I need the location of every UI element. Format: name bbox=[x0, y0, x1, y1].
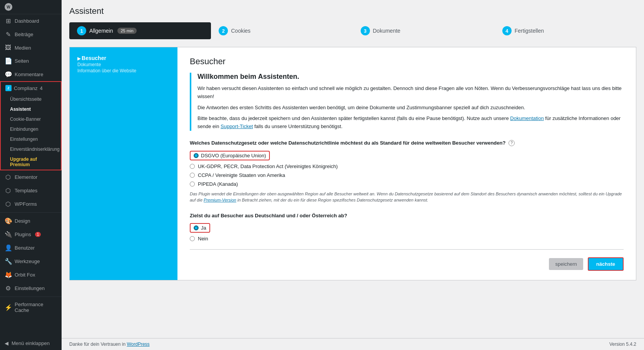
beitraege-icon: ✎ bbox=[5, 31, 12, 38]
wizard-step-fertigstellen[interactable]: 4 Fertigstellen bbox=[495, 22, 636, 39]
radio-pipeda[interactable] bbox=[190, 182, 195, 187]
orbitfox-icon: 🦊 bbox=[5, 271, 12, 278]
radio-ja[interactable] bbox=[194, 225, 199, 230]
sidebar-item-elementor[interactable]: ⬡ Elementor bbox=[0, 170, 62, 184]
premium-version-link[interactable]: Premium-Version bbox=[204, 198, 236, 202]
page-title: Assistent bbox=[69, 6, 636, 16]
sidebar-item-benutzer[interactable]: 👤 Benutzer bbox=[0, 241, 62, 255]
radio-selected-ja: Ja bbox=[190, 223, 210, 233]
step-label-allgemein: Allgemein bbox=[89, 28, 113, 34]
sidebar-item-einstellungen2[interactable]: ⚙ Einstellungen bbox=[0, 282, 62, 295]
wpforms-icon: ⬡ bbox=[5, 200, 12, 208]
wizard-sidebar-item-title[interactable]: Besucher bbox=[77, 55, 170, 61]
step-num-1: 1 bbox=[77, 26, 86, 35]
radio-option-nein[interactable]: Nein bbox=[190, 236, 624, 242]
radio-pipeda-label: PIPEDA (Kanada) bbox=[198, 181, 238, 187]
wizard-sidebar-item-besucher[interactable]: Besucher Dokumente Information über die … bbox=[77, 55, 170, 73]
save-button[interactable]: speichern bbox=[549, 258, 583, 270]
perf-cache-icon: ⚡ bbox=[5, 304, 12, 311]
radio-ccpa[interactable] bbox=[190, 173, 195, 178]
footer-wordpress-link[interactable]: WordPress bbox=[127, 342, 149, 347]
templates-icon: ⬡ bbox=[5, 187, 12, 194]
question2-label-text: Zielst du auf Besucher aus Deutschland u… bbox=[190, 213, 347, 218]
step-label-cookies: Cookies bbox=[231, 28, 251, 34]
sidebar-item-einverstaendnis[interactable]: Einverständniserklärung bbox=[1, 144, 61, 154]
radio-dsgvo-label: DSGVO (Europäische Union) bbox=[201, 153, 266, 158]
sidebar-item-label: Performance Cache bbox=[15, 302, 57, 313]
sidebar-item-upgrade[interactable]: Upgrade auf Premium bbox=[1, 154, 61, 170]
wizard-step-dokumente[interactable]: 3 Dokumente bbox=[353, 22, 495, 39]
sidebar-item-label: Einstellungen bbox=[15, 285, 45, 291]
question1-notice: Das Plugin wendet die Einstellungen der … bbox=[190, 191, 624, 203]
sidebar-item-label: Medien bbox=[15, 45, 31, 51]
wizard-sidebar-subtitle1: Dokumente bbox=[77, 62, 170, 67]
sidebar-item-label: Werkzeuge bbox=[15, 258, 40, 264]
sidebar-item-plugins[interactable]: 🔌 Plugins 1 bbox=[0, 228, 62, 241]
wizard-step-cookies[interactable]: 2 Cookies bbox=[211, 22, 353, 39]
werkzeuge-icon: 🔧 bbox=[5, 258, 12, 265]
radio-option-ccpa[interactable]: CCPA / Vereinigte Staaten von Amerika bbox=[190, 172, 624, 178]
question2-section: Zielst du auf Besucher aus Deutschland u… bbox=[190, 213, 624, 242]
step-num-3: 3 bbox=[361, 26, 370, 35]
step-label-fertigstellen: Fertigstellen bbox=[515, 28, 544, 34]
radio-option-ukgdpr[interactable]: UK-GDPR, PECR, Data Protection Act (Vere… bbox=[190, 163, 624, 169]
sidebar-item-medien[interactable]: 🖼 Medien bbox=[0, 41, 62, 54]
radio-option-dsgvo[interactable]: DSGVO (Europäische Union) bbox=[190, 151, 624, 160]
radio-ukgdpr[interactable] bbox=[190, 164, 195, 169]
sidebar-item-templates[interactable]: ⬡ Templates bbox=[0, 184, 62, 197]
sidebar-collapse-button[interactable]: ◀ Menü einklappen bbox=[0, 337, 62, 350]
sidebar-item-design[interactable]: 🎨 Design bbox=[0, 214, 62, 228]
collapse-label: Menü einklappen bbox=[12, 340, 50, 346]
sidebar-item-uebersichtsseite[interactable]: Übersichtsseite bbox=[1, 94, 61, 104]
radio-nein-label: Nein bbox=[198, 236, 208, 242]
sidebar-item-beitraege[interactable]: ✎ Beiträge bbox=[0, 28, 62, 41]
content-area: Assistent 1 Allgemein 25 min 2 Cookies 3… bbox=[62, 0, 644, 338]
sidebar-item-perf-cache[interactable]: ⚡ Performance Cache bbox=[0, 298, 62, 316]
sidebar-item-label: Kommentare bbox=[15, 72, 43, 77]
radio-dsgvo[interactable] bbox=[194, 153, 199, 158]
complianz-icon: Z bbox=[5, 85, 12, 91]
radio-option-ja[interactable]: Ja bbox=[190, 223, 624, 233]
next-button[interactable]: nächste bbox=[588, 257, 624, 271]
sidebar-item-kommentare[interactable]: 💬 Kommentare bbox=[0, 68, 62, 81]
dashboard-icon: ⊞ bbox=[5, 17, 12, 25]
sidebar-item-cookie-banner[interactable]: Cookie-Banner bbox=[1, 114, 61, 124]
footer-text-content: Danke für dein Vertrauen in bbox=[69, 342, 127, 347]
sidebar-item-wpforms[interactable]: ⬡ WPForms bbox=[0, 197, 62, 211]
support-ticket-link[interactable]: Support-Ticket bbox=[221, 123, 253, 129]
complianz-badge: 4 bbox=[40, 85, 42, 91]
sidebar-item-dashboard[interactable]: ⊞ Dashboard bbox=[0, 14, 62, 28]
sidebar-item-seiten[interactable]: 📄 Seiten bbox=[0, 54, 62, 68]
sidebar-item-label: Orbit Fox bbox=[15, 272, 35, 278]
welcome-p1: Wir haben versucht diesen Assistenten so… bbox=[197, 85, 624, 101]
sidebar-item-einstellungen[interactable]: Einstellungen bbox=[1, 134, 61, 144]
main-content: Assistent 1 Allgemein 25 min 2 Cookies 3… bbox=[62, 0, 644, 350]
radio-nein[interactable] bbox=[190, 236, 195, 241]
elementor-icon: ⬡ bbox=[5, 173, 12, 181]
seiten-icon: 📄 bbox=[5, 57, 12, 65]
complianz-submenu: Übersichtsseite Assistent Cookie-Banner … bbox=[1, 94, 61, 170]
sidebar-item-einbindungen[interactable]: Einbindungen bbox=[1, 124, 61, 134]
complianz-group: Z Complianz 4 Übersichtsseite Assistent … bbox=[0, 81, 62, 170]
medien-icon: 🖼 bbox=[5, 44, 12, 51]
einstellungen-icon: ⚙ bbox=[5, 285, 12, 292]
sidebar-item-werkzeuge[interactable]: 🔧 Werkzeuge bbox=[0, 255, 62, 268]
design-icon: 🎨 bbox=[5, 217, 12, 225]
complianz-label: Complianz bbox=[14, 85, 37, 91]
sidebar-item-orbitfox[interactable]: 🦊 Orbit Fox bbox=[0, 268, 62, 282]
wizard-step-allgemein[interactable]: 1 Allgemein 25 min bbox=[69, 22, 211, 39]
complianz-header[interactable]: Z Complianz 4 bbox=[1, 82, 61, 94]
sidebar-item-label: Seiten bbox=[15, 58, 29, 64]
welcome-p3-pre: Bitte beachte, dass du jederzeit speiche… bbox=[197, 115, 510, 121]
wizard-steps: 1 Allgemein 25 min 2 Cookies 3 Dokumente… bbox=[69, 22, 636, 39]
radio-option-pipeda[interactable]: PIPEDA (Kanada) bbox=[190, 181, 624, 187]
sidebar-item-assistent[interactable]: Assistent bbox=[1, 104, 61, 114]
dokumentation-link[interactable]: Dokumentation bbox=[510, 115, 544, 121]
sidebar-item-label: Plugins bbox=[15, 232, 31, 237]
sidebar-item-label: WPForms bbox=[15, 201, 37, 207]
question1-label-text: Welches Datenschutzgesetz oder welche Da… bbox=[190, 140, 505, 146]
sidebar-divider bbox=[0, 212, 62, 213]
sidebar-item-label: Templates bbox=[15, 188, 37, 193]
wizard-form-area: Besucher Willkommen beim Assistenten. Wi… bbox=[177, 47, 636, 280]
help-icon-q1[interactable]: ? bbox=[509, 140, 515, 146]
